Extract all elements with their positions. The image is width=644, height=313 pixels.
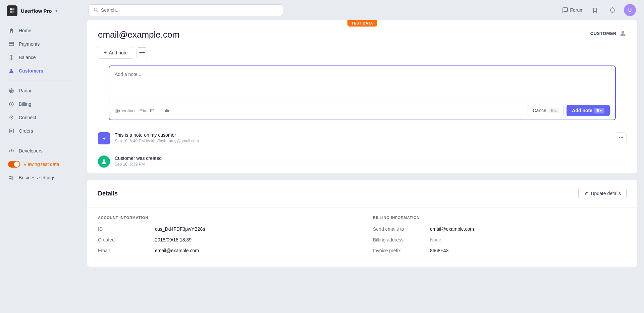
billing-send-label: Send emails to — [373, 226, 427, 232]
note-menu-icon: ••• — [619, 135, 624, 140]
account-email-value: email@example.com — [155, 248, 351, 253]
notification-icon-btn[interactable] — [606, 4, 619, 16]
sidebar-item-balance[interactable]: Balance — [4, 51, 76, 64]
cancel-button[interactable]: Cancel Esc — [528, 105, 564, 116]
svg-rect-1 — [12, 8, 14, 10]
bookmark-icon-btn[interactable] — [589, 4, 601, 16]
account-info-title: ACCOUNT INFORMATION — [98, 216, 351, 220]
nav-divider-2 — [8, 141, 72, 141]
svg-rect-5 — [9, 43, 14, 44]
toggle-switch[interactable] — [8, 161, 20, 168]
svg-rect-16 — [11, 176, 13, 177]
note-buttons: Cancel Esc Add note ⌘↵ — [528, 105, 610, 116]
svg-rect-14 — [9, 129, 13, 133]
sidebar-item-radar[interactable]: Radar — [4, 84, 76, 97]
svg-rect-17 — [11, 177, 13, 178]
svg-point-9 — [11, 90, 12, 91]
details-title: Details — [98, 190, 118, 197]
billing-prefix-row: Invoice prefix 8668F43 — [373, 248, 627, 253]
sidebar-item-balance-label: Balance — [19, 55, 36, 60]
customer-badge-label: CUSTOMER — [590, 31, 616, 36]
sidebar-item-billing-label: Billing — [19, 101, 31, 107]
timeline: R This is a note on my cusomer Sep 18, 6… — [87, 127, 637, 173]
account-created-value: 2018/09/18 18:39 — [155, 237, 351, 242]
sidebar-item-orders-label: Orders — [19, 128, 33, 134]
add-note-submit-button[interactable]: Add note ⌘↵ — [567, 105, 610, 116]
edit-icon — [584, 191, 589, 196]
bookmark-icon — [592, 7, 598, 13]
note-menu-button[interactable]: ••• — [616, 132, 627, 143]
note-formatting: @mention **bold** _italic_ — [115, 108, 173, 113]
topbar: Forum U — [80, 0, 644, 20]
svg-point-23 — [103, 160, 105, 162]
account-email-row: Email email@example.com — [98, 248, 351, 253]
note-actions: @mention **bold** _italic_ Cancel Esc Ad… — [109, 101, 615, 120]
billing-prefix-value: 8668F43 — [430, 248, 627, 253]
sidebar-item-billing[interactable]: Billing — [4, 98, 76, 110]
test-data-toggle[interactable]: Viewing test data — [4, 158, 76, 171]
billing-address-row: Billing address None — [373, 237, 627, 242]
add-note-shortcut: ⌘↵ — [594, 108, 604, 114]
note-content: This is a note on my cusomer Sep 18, 6:4… — [115, 132, 611, 143]
sidebar-item-home[interactable]: Home — [4, 24, 76, 37]
forum-link[interactable]: Forum — [562, 7, 584, 13]
radar-icon — [8, 87, 15, 94]
created-title: Customer was created — [115, 155, 627, 161]
more-options-button[interactable]: ••• — [137, 47, 147, 58]
sidebar-item-business-settings[interactable]: Business settings — [4, 171, 76, 184]
sidebar-item-payments-label: Payments — [19, 41, 40, 47]
svg-point-22 — [622, 31, 624, 34]
sidebar-item-developers-label: Developers — [19, 148, 43, 153]
billing-send-value: email@example.com — [430, 226, 627, 232]
billing-prefix-label: Invoice prefix — [373, 248, 427, 253]
test-data-label: Viewing test data — [23, 162, 59, 167]
timeline-item-note: R This is a note on my cusomer Sep 18, 6… — [98, 127, 627, 150]
billing-info-col: BILLING INFORMATION Send emails to email… — [362, 208, 637, 267]
note-textarea[interactable] — [109, 66, 615, 100]
sidebar-item-connect[interactable]: Connect — [4, 111, 76, 124]
orders-icon — [8, 128, 15, 134]
person-icon — [101, 159, 107, 165]
cancel-shortcut: Esc — [549, 108, 559, 113]
update-details-label: Update details — [591, 191, 621, 196]
bold-format-btn[interactable]: **bold** — [139, 108, 154, 113]
note-editor-wrapper: @mention **bold** _italic_ Cancel Esc Ad… — [87, 65, 637, 127]
update-details-button[interactable]: Update details — [578, 188, 627, 199]
svg-rect-15 — [9, 176, 11, 177]
sidebar-item-connect-label: Connect — [19, 115, 36, 120]
account-id-row: ID cus_Dd4FDF3pwYB28s — [98, 226, 351, 232]
account-created-row: Created 2018/09/18 18:39 — [98, 237, 351, 242]
sidebar-header[interactable]: Userflow Pro ▾ — [0, 0, 80, 21]
customer-badge: CUSTOMER — [590, 30, 627, 37]
search-input[interactable] — [101, 7, 278, 13]
sidebar: Userflow Pro ▾ Home Payments — [0, 0, 80, 313]
note-editor: @mention **bold** _italic_ Cancel Esc Ad… — [109, 65, 616, 120]
italic-format-btn[interactable]: _italic_ — [159, 108, 172, 113]
customer-header: TEST DATA email@example.com CUSTOMER + A… — [87, 20, 637, 65]
note-avatar: R — [98, 132, 110, 144]
account-email-label: Email — [98, 248, 152, 253]
svg-rect-19 — [11, 178, 13, 179]
test-data-badge: TEST DATA — [347, 20, 377, 27]
nav-divider-1 — [8, 81, 72, 81]
sidebar-item-orders[interactable]: Orders — [4, 125, 76, 137]
add-note-button-label: Add note — [109, 50, 127, 55]
add-note-button[interactable]: + Add note — [98, 47, 133, 59]
action-row: + Add note ••• — [98, 47, 627, 65]
bell-icon — [609, 7, 615, 13]
topbar-actions: Forum U — [562, 4, 636, 16]
forum-icon — [562, 7, 568, 13]
svg-rect-18 — [9, 178, 11, 179]
search-bar[interactable] — [89, 4, 283, 16]
svg-rect-2 — [10, 11, 12, 13]
sidebar-item-customers[interactable]: Customers — [4, 64, 76, 77]
details-grid: ACCOUNT INFORMATION ID cus_Dd4FDF3pwYB28… — [87, 207, 637, 267]
balance-icon — [8, 54, 15, 61]
app-name: Userflow Pro — [21, 8, 52, 14]
mention-format-btn[interactable]: @mention — [115, 108, 135, 113]
search-icon — [94, 7, 98, 13]
user-avatar[interactable]: U — [624, 4, 636, 16]
sidebar-item-developers[interactable]: Developers — [4, 144, 76, 157]
sidebar-item-payments[interactable]: Payments — [4, 38, 76, 50]
customer-email: email@example.com — [98, 30, 627, 40]
